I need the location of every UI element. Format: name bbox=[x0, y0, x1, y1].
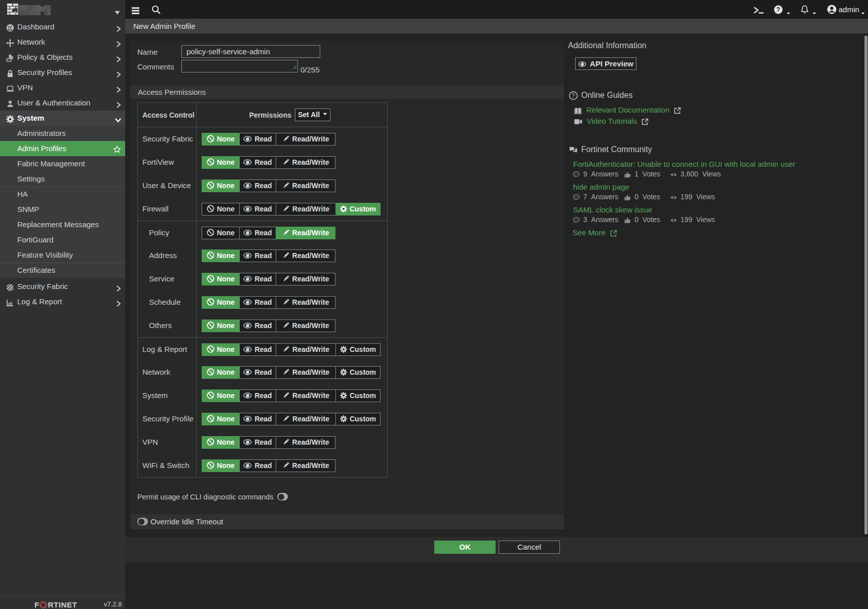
svg-text:?: ? bbox=[572, 93, 575, 99]
svg-text:?: ? bbox=[776, 6, 780, 13]
svg-text:F: F bbox=[34, 601, 40, 609]
svg-text:RTINET: RTINET bbox=[48, 601, 78, 609]
